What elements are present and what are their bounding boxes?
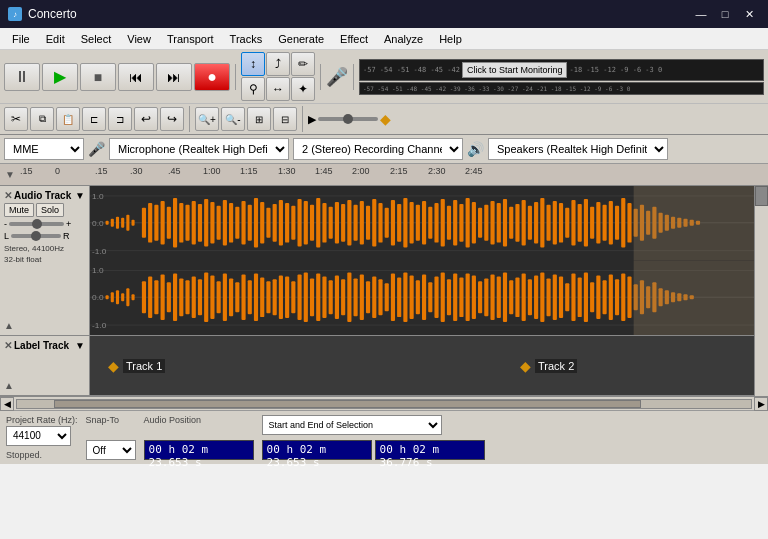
hscroll-track[interactable]	[16, 399, 752, 409]
mic-icon[interactable]: 🎤	[326, 66, 348, 88]
svg-rect-14	[148, 203, 152, 243]
maximize-button[interactable]: □	[714, 5, 736, 23]
menu-view[interactable]: View	[119, 31, 159, 47]
record-button[interactable]: ●	[194, 63, 230, 91]
hscroll-right-btn[interactable]: ▶	[754, 397, 768, 411]
zoom-out-button[interactable]: 🔍-	[221, 107, 245, 131]
svg-rect-28	[235, 207, 239, 239]
audio-position-label: Audio Position	[144, 415, 254, 425]
menu-effect[interactable]: Effect	[332, 31, 376, 47]
mute-button[interactable]: Mute	[4, 203, 34, 217]
stopped-label: Stopped.	[6, 450, 78, 460]
close-button[interactable]: ✕	[738, 5, 760, 23]
trim-button[interactable]: ⊏	[82, 107, 106, 131]
click-monitor-button[interactable]: Click to Start Monitoring	[462, 62, 568, 78]
svg-rect-85	[590, 207, 594, 239]
menu-generate[interactable]: Generate	[270, 31, 332, 47]
pause-button[interactable]: ⏸	[4, 63, 40, 91]
hscroll-left-btn[interactable]: ◀	[0, 397, 14, 411]
input-device-select[interactable]: Microphone (Realtek High Defi	[109, 138, 289, 160]
playback-speed-slider[interactable]	[318, 117, 378, 121]
timeline[interactable]: ▼ .15 0 .15 .30 .45 1:00 1:15 1:30 1:45 …	[0, 164, 768, 186]
draw-tool-button[interactable]: ✏	[291, 52, 315, 76]
skip-back-button[interactable]: ⏮	[118, 63, 154, 91]
horizontal-scrollbar[interactable]: ◀ ▶	[0, 396, 768, 410]
snap-to-select[interactable]: Off	[86, 440, 136, 460]
svg-rect-12	[132, 220, 135, 226]
svg-rect-118	[148, 276, 152, 318]
audio-track-close[interactable]: ✕	[4, 190, 12, 201]
project-rate-select[interactable]: 44100	[6, 426, 71, 446]
zoom-sel-button[interactable]: ⊞	[247, 107, 271, 131]
menu-help[interactable]: Help	[431, 31, 470, 47]
svg-rect-56	[410, 202, 414, 244]
label-waveform-area[interactable]: ◆ Track 1 ◆ Track 2	[90, 336, 754, 395]
selection-type-select[interactable]: Start and End of Selection	[262, 415, 442, 435]
select-tool-button[interactable]: ↕	[241, 52, 265, 76]
menu-file[interactable]: File	[4, 31, 38, 47]
audio-waveform-area[interactable]: 1.0 0.0 -1.0	[90, 186, 754, 335]
svg-rect-33	[266, 208, 270, 238]
audio-position-input[interactable]: 00 h 02 m 23.653 s	[144, 440, 254, 460]
skip-fwd-button[interactable]: ⏭	[156, 63, 192, 91]
svg-rect-155	[378, 279, 382, 315]
selection-start-input[interactable]: 00 h 02 m 23.653 s	[262, 440, 372, 460]
svg-rect-54	[397, 204, 401, 242]
zoom-in-button[interactable]: 🔍+	[195, 107, 219, 131]
selection-end-input[interactable]: 00 h 02 m 36.776 s	[375, 440, 485, 460]
paste-button[interactable]: 📋	[56, 107, 80, 131]
svg-rect-143	[304, 272, 308, 322]
stop-button[interactable]: ■	[80, 63, 116, 91]
gain-minus: -	[4, 219, 7, 229]
redo-button[interactable]: ↪	[160, 107, 184, 131]
output-device-select[interactable]: Speakers (Realtek High Definiti	[488, 138, 668, 160]
cut-button[interactable]: ✂	[4, 107, 28, 131]
svg-rect-52	[385, 208, 389, 238]
pan-slider[interactable]	[11, 234, 61, 238]
multi-tool-button[interactable]: ✦	[291, 77, 315, 101]
svg-rect-167	[453, 273, 457, 321]
level-scale-top: -57 -54 -51 -48 -45 -42	[363, 66, 460, 74]
copy-button[interactable]: ⧉	[30, 107, 54, 131]
zoom-tool-button[interactable]: ⚲	[241, 77, 265, 101]
menu-select[interactable]: Select	[73, 31, 120, 47]
gain-slider[interactable]	[9, 222, 64, 226]
svg-rect-41	[316, 198, 320, 248]
scroll-thumb[interactable]	[755, 186, 768, 206]
label-expand-icon[interactable]: ▲	[4, 380, 14, 391]
channels-select[interactable]: 2 (Stereo) Recording Channels	[293, 138, 463, 160]
svg-rect-91	[627, 203, 631, 243]
undo-button[interactable]: ↩	[134, 107, 158, 131]
svg-rect-17	[167, 207, 171, 239]
track-expand-icon[interactable]: ▲	[4, 320, 14, 331]
menu-analyze[interactable]: Analyze	[376, 31, 431, 47]
svg-rect-123	[179, 278, 183, 316]
envelope-tool-button[interactable]: ⤴	[266, 52, 290, 76]
menu-transport[interactable]: Transport	[159, 31, 222, 47]
menu-tracks[interactable]: Tracks	[222, 31, 271, 47]
timeline-ruler[interactable]: .15 0 .15 .30 .45 1:00 1:15 1:30 1:45 2:…	[20, 164, 768, 185]
audio-track-wrapper: ✕ Audio Track ▼ Mute Solo - + L R	[0, 186, 754, 336]
svg-rect-11	[126, 215, 129, 231]
solo-button[interactable]: Solo	[36, 203, 64, 217]
label-track-menu[interactable]: ▼	[75, 340, 85, 351]
timeshift-tool-button[interactable]: ↔	[266, 77, 290, 101]
host-select[interactable]: MME	[4, 138, 84, 160]
menu-edit[interactable]: Edit	[38, 31, 73, 47]
svg-rect-162	[422, 274, 426, 320]
audio-track-menu[interactable]: ▼	[75, 190, 85, 201]
play-button[interactable]: ▶	[42, 63, 78, 91]
label-track-close[interactable]: ✕	[4, 340, 12, 351]
svg-rect-141	[291, 281, 295, 313]
svg-rect-206	[634, 261, 754, 336]
silence-button[interactable]: ⊐	[108, 107, 132, 131]
svg-rect-140	[285, 276, 289, 318]
hscroll-thumb[interactable]	[54, 400, 641, 408]
window-controls: — □ ✕	[690, 5, 760, 23]
speed-indicator-icon: ◆	[380, 111, 391, 127]
minimize-button[interactable]: —	[690, 5, 712, 23]
zoom-fit-button[interactable]: ⊟	[273, 107, 297, 131]
vertical-scrollbar[interactable]	[754, 186, 768, 396]
svg-rect-119	[154, 280, 158, 314]
svg-rect-22	[198, 204, 202, 242]
